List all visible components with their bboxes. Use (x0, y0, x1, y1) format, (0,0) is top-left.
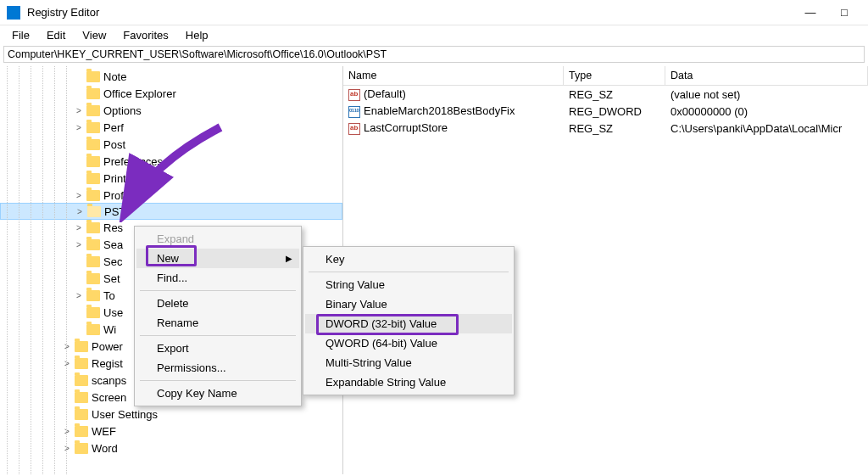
list-header: Name Type Data (343, 66, 868, 86)
sub-string[interactable]: String Value (305, 275, 512, 294)
tree-label: Options (103, 104, 142, 117)
expander-icon[interactable]: > (61, 342, 73, 351)
expander-icon[interactable]: > (73, 123, 85, 132)
sub-binary[interactable]: Binary Value (305, 294, 512, 314)
value-name: EnableMarch2018BestBodyFix (364, 104, 515, 117)
sub-multistring[interactable]: Multi-String Value (305, 353, 512, 372)
tree-label: Power (92, 340, 123, 353)
app-icon (7, 6, 20, 20)
folder-icon (86, 156, 100, 167)
separator (140, 335, 296, 336)
expander-icon[interactable]: > (73, 240, 85, 249)
ctx-new[interactable]: New▶ (136, 249, 299, 268)
expander-icon[interactable]: > (73, 106, 85, 115)
ctx-copy-key-name[interactable]: Copy Key Name (136, 384, 299, 403)
col-name[interactable]: Name (343, 66, 564, 85)
tree-item-options[interactable]: >Options (0, 102, 342, 119)
tree-label: Regist (92, 357, 123, 370)
tree-label: Screen (92, 391, 126, 404)
menu-help[interactable]: Help (177, 27, 217, 43)
tree-label: Set (103, 272, 120, 285)
folder-icon (75, 375, 88, 386)
tree-item-word[interactable]: >Word (0, 440, 342, 456)
value-type: REG_DWORD (564, 105, 665, 118)
ctx-export[interactable]: Export (136, 339, 299, 358)
expander-icon[interactable]: > (61, 444, 73, 453)
menu-favorites[interactable]: Favorites (114, 27, 176, 43)
folder-icon (86, 173, 100, 184)
tree-label: scanps (92, 374, 126, 387)
sub-expandable[interactable]: Expandable String Value (305, 372, 512, 392)
sub-dword[interactable]: DWORD (32-bit) Value (305, 314, 512, 333)
expander-icon[interactable]: > (74, 207, 86, 216)
tree-item-wef[interactable]: >WEF (0, 423, 342, 440)
separator (309, 272, 509, 272)
menu-view[interactable]: View (74, 27, 114, 43)
string-value-icon (348, 123, 360, 135)
expander-icon[interactable]: > (73, 191, 85, 200)
menu-edit[interactable]: Edit (38, 27, 74, 43)
value-row[interactable]: (Default)REG_SZ(value not set) (343, 86, 868, 103)
ctx-find[interactable]: Find... (136, 268, 299, 288)
value-name: (Default) (364, 87, 406, 100)
tree-label: User Settings (92, 408, 158, 421)
folder-icon (75, 358, 88, 369)
ctx-delete[interactable]: Delete (136, 294, 299, 313)
folder-icon (75, 341, 88, 352)
ctx-permissions[interactable]: Permissions... (136, 358, 299, 378)
expander-icon[interactable]: > (61, 359, 73, 368)
tree-label: Sec (103, 255, 122, 268)
chevron-right-icon: ▶ (286, 254, 292, 263)
address-bar[interactable]: Computer\HKEY_CURRENT_USER\Software\Micr… (3, 46, 865, 63)
col-type[interactable]: Type (564, 66, 665, 85)
value-data: (value not set) (665, 88, 868, 101)
value-data: 0x00000000 (0) (665, 105, 868, 118)
col-data[interactable]: Data (665, 66, 868, 85)
folder-icon (86, 88, 100, 99)
tree-item-office-explorer[interactable]: Office Explorer (0, 85, 342, 102)
tree-item-note[interactable]: Note (0, 68, 342, 85)
title-bar: Registry Editor — □ (0, 0, 868, 25)
tree-label: Note (103, 70, 126, 83)
folder-icon (87, 206, 101, 217)
string-value-icon (348, 89, 360, 101)
window-title: Registry Editor (27, 6, 793, 19)
ctx-rename[interactable]: Rename (136, 313, 299, 333)
value-name: LastCorruptStore (364, 121, 448, 134)
separator (140, 380, 296, 381)
menu-file[interactable]: File (3, 27, 38, 43)
value-type: REG_SZ (564, 88, 665, 101)
expander-icon[interactable]: > (61, 427, 73, 436)
sub-qword[interactable]: QWORD (64-bit) Value (305, 333, 512, 353)
folder-icon (75, 443, 88, 454)
maximize-button[interactable]: □ (827, 6, 861, 19)
sub-key[interactable]: Key (305, 249, 512, 269)
annotation-arrow-icon (102, 120, 237, 222)
tree-label: Wi (103, 323, 116, 336)
folder-icon (86, 324, 100, 335)
folder-icon (75, 409, 88, 420)
tree-label: Use (103, 306, 123, 319)
folder-icon (86, 273, 100, 284)
folder-icon (86, 290, 100, 301)
expander-icon[interactable]: > (73, 291, 85, 300)
tree-label: Office Explorer (103, 87, 176, 100)
folder-icon (86, 307, 100, 318)
expander-icon[interactable]: > (73, 223, 85, 232)
tree-label: To (103, 289, 115, 302)
folder-icon (86, 139, 100, 150)
tree-item-user-settings[interactable]: User Settings (0, 406, 342, 423)
folder-icon (86, 105, 100, 116)
value-row[interactable]: LastCorruptStoreREG_SZC:\Users\panki\App… (343, 120, 868, 137)
folder-icon (86, 122, 100, 133)
separator (140, 290, 296, 291)
folder-icon (86, 256, 100, 267)
ctx-expand: Expand (136, 229, 299, 249)
tree-label: WEF (92, 425, 116, 438)
minimize-button[interactable]: — (793, 6, 827, 19)
folder-icon (75, 426, 88, 437)
context-menu: Expand New▶ Find... Delete Rename Export… (134, 226, 302, 406)
folder-icon (86, 222, 100, 233)
value-row[interactable]: EnableMarch2018BestBodyFixREG_DWORD0x000… (343, 103, 868, 120)
folder-icon (86, 71, 100, 82)
